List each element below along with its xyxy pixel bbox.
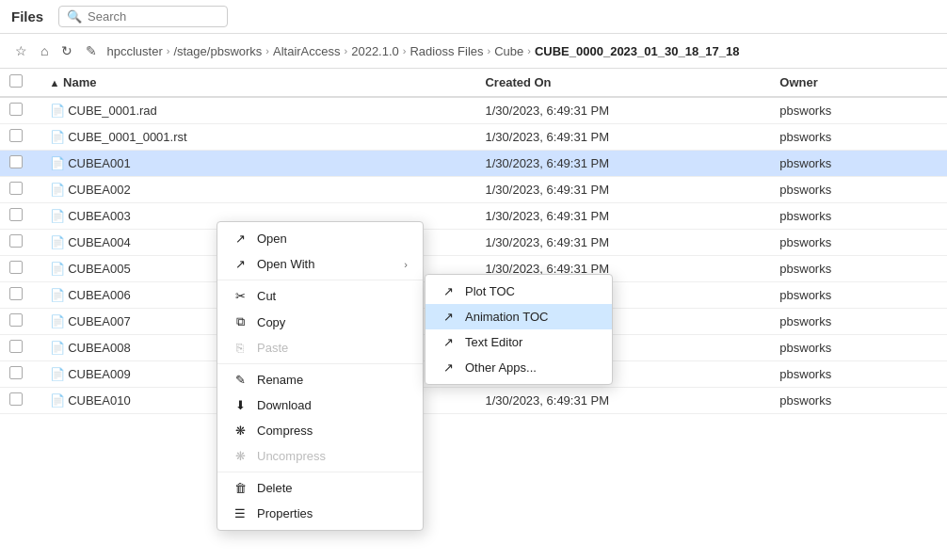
row-owner: pbsworks — [770, 151, 947, 177]
row-date: 1/30/2023, 6:49:31 PM — [475, 230, 770, 256]
refresh-icon[interactable]: ↻ — [57, 41, 76, 60]
breadcrumb-bar: ☆ ⌂ ↻ ✎ hpccluster › /stage/pbsworks › A… — [0, 34, 947, 69]
table-row[interactable]: 📄 CUBEA010 1/30/2023, 6:49:31 PM pbswork… — [0, 388, 947, 414]
ctx-rename-icon: ✎ — [233, 373, 248, 387]
row-date: 1/30/2023, 6:49:31 PM — [475, 151, 770, 177]
row-checkbox[interactable] — [9, 313, 23, 327]
row-name-cell: 📄 CUBE_0001.rad — [40, 97, 476, 124]
row-checkbox[interactable] — [9, 366, 23, 379]
bc-seg-2[interactable]: /stage/pbsworks — [173, 44, 262, 58]
edit-icon[interactable]: ✎ — [82, 41, 101, 60]
home-icon[interactable]: ⌂ — [37, 41, 52, 60]
row-checkbox-cell — [0, 124, 40, 151]
ctx-paste-label: Paste — [257, 341, 288, 355]
submenu-text-editor[interactable]: ↗ Text Editor — [425, 329, 612, 355]
select-all-checkbox[interactable] — [9, 74, 23, 88]
submenu-animation-toc[interactable]: ↗ Animation TOC — [425, 304, 612, 329]
row-date: 1/30/2023, 6:49:31 PM — [475, 388, 770, 414]
bc-seg-6[interactable]: Cube — [494, 44, 523, 58]
row-name: CUBEA004 — [68, 235, 130, 249]
row-owner: pbsworks — [770, 282, 947, 309]
context-menu: ↗ Open ↗ Open With › ↗ Plot TOC ↗ Animat… — [217, 221, 424, 414]
ctx-divider-2 — [217, 363, 423, 364]
table-row[interactable]: 📄 CUBEA001 1/30/2023, 6:49:31 PM pbswork… — [0, 151, 947, 177]
file-icon: 📄 — [50, 156, 65, 170]
row-checkbox[interactable] — [9, 287, 23, 300]
file-icon: 📄 — [50, 393, 65, 408]
ctx-open-with[interactable]: ↗ Open With › ↗ Plot TOC ↗ Animation TOC… — [217, 251, 423, 277]
row-checkbox[interactable] — [9, 182, 23, 195]
select-all-header[interactable] — [0, 69, 40, 97]
ctx-paste-icon: ⎘ — [233, 341, 248, 355]
row-name: CUBEA005 — [68, 262, 130, 276]
row-checkbox-cell — [0, 203, 40, 230]
ctx-cut-icon: ✂ — [233, 289, 248, 303]
file-icon: 📄 — [50, 341, 65, 355]
submenu-plot-toc-label: Plot TOC — [465, 284, 515, 298]
ctx-download[interactable]: ⬇ Download — [217, 392, 423, 414]
row-checkbox[interactable] — [9, 261, 23, 274]
ctx-open-with-arrow: › — [404, 259, 408, 270]
search-input[interactable] — [88, 9, 219, 24]
table-row[interactable]: 📄 CUBEA002 1/30/2023, 6:49:31 PM pbswork… — [0, 177, 947, 203]
table-row[interactable]: 📄 CUBEA004 1/30/2023, 6:49:31 PM pbswork… — [0, 230, 947, 256]
file-icon: 📄 — [50, 314, 65, 328]
row-checkbox[interactable] — [9, 234, 23, 248]
row-name-cell: 📄 CUBEA001 — [40, 151, 476, 177]
row-checkbox-cell — [0, 361, 40, 388]
ctx-copy[interactable]: ⧉ Copy — [217, 309, 423, 335]
file-icon: 📄 — [50, 235, 65, 249]
file-icon: 📄 — [50, 183, 65, 197]
row-checkbox[interactable] — [9, 392, 23, 406]
row-checkbox-cell — [0, 388, 40, 414]
row-owner: pbsworks — [770, 256, 947, 282]
table-row[interactable]: 📄 CUBEA003 1/30/2023, 6:49:31 PM pbswork… — [0, 203, 947, 230]
search-box[interactable]: 🔍 — [58, 6, 228, 27]
app-title: Files — [11, 8, 49, 24]
ctx-rename[interactable]: ✎ Rename — [217, 367, 423, 392]
row-owner: pbsworks — [770, 203, 947, 230]
row-checkbox[interactable] — [9, 155, 23, 168]
name-column-header[interactable]: ▲ Name — [40, 69, 476, 97]
ctx-cut[interactable]: ✂ Cut — [217, 283, 423, 309]
row-date: 1/30/2023, 6:49:31 PM — [475, 177, 770, 203]
submenu-plot-toc-icon: ↗ — [441, 284, 456, 298]
file-icon: 📄 — [50, 288, 65, 302]
ctx-divider-1 — [217, 280, 423, 280]
file-icon: 📄 — [50, 209, 65, 223]
row-name: CUBEA006 — [68, 288, 130, 302]
row-name: CUBEA007 — [68, 314, 130, 328]
row-checkbox-cell — [0, 230, 40, 256]
submenu-text-editor-icon: ↗ — [441, 335, 456, 349]
table-row[interactable]: 📄 CUBE_0001.rad 1/30/2023, 6:49:31 PM pb… — [0, 97, 947, 124]
ctx-open-icon: ↗ — [233, 232, 248, 246]
bc-seg-4[interactable]: 2022.1.0 — [351, 44, 399, 58]
row-checkbox[interactable] — [9, 129, 23, 142]
submenu-other-apps[interactable]: ↗ Other Apps... — [425, 355, 612, 380]
ctx-open-with-icon: ↗ — [233, 257, 248, 271]
row-checkbox-cell — [0, 151, 40, 177]
row-owner: pbsworks — [770, 124, 947, 151]
bc-seg-1[interactable]: hpccluster — [106, 44, 162, 58]
ctx-rename-label: Rename — [257, 373, 303, 387]
ctx-open[interactable]: ↗ Open — [217, 226, 423, 251]
row-owner: pbsworks — [770, 361, 947, 388]
file-icon: 📄 — [50, 130, 65, 144]
owner-column-header[interactable]: Owner — [770, 69, 947, 97]
star-icon[interactable]: ☆ — [11, 41, 31, 60]
row-name: CUBEA009 — [68, 367, 130, 381]
submenu-plot-toc[interactable]: ↗ Plot TOC — [425, 279, 612, 304]
file-icon: 📄 — [50, 367, 65, 381]
row-name-cell: 📄 CUBE_0001_0001.rst — [40, 124, 476, 151]
row-name: CUBEA003 — [68, 209, 130, 223]
created-column-header[interactable]: Created On — [475, 69, 770, 97]
app-header: Files 🔍 — [0, 0, 947, 34]
row-checkbox[interactable] — [9, 103, 23, 116]
table-row[interactable]: 📄 CUBE_0001_0001.rst 1/30/2023, 6:49:31 … — [0, 124, 947, 151]
row-checkbox[interactable] — [9, 208, 23, 221]
row-name: CUBE_0001.rad — [68, 104, 157, 118]
bc-seg-7[interactable]: CUBE_0000_2023_01_30_18_17_18 — [535, 44, 740, 58]
row-checkbox[interactable] — [9, 340, 23, 353]
bc-seg-5[interactable]: Radioss Files — [409, 44, 483, 58]
bc-seg-3[interactable]: AltairAccess — [273, 44, 341, 58]
